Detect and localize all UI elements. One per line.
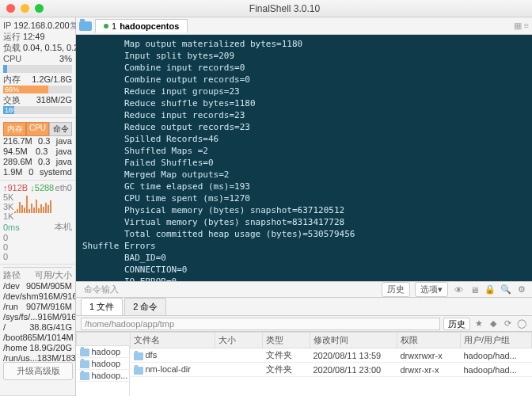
refresh-icon[interactable]: ⟳ xyxy=(502,318,513,329)
proc-row[interactable]: 1.9M0systemd xyxy=(3,167,72,177)
terminal-output[interactable]: Map output materialized bytes=1180 Input… xyxy=(76,35,532,281)
proc-row[interactable]: 216.7M0.3java xyxy=(3,136,72,147)
upgrade-button[interactable]: 升级高级版 xyxy=(3,362,73,380)
net-sparkline xyxy=(14,194,51,213)
load-value: 0.04, 0.15, 0.20 xyxy=(23,43,83,52)
col-name[interactable]: 文件名 xyxy=(131,333,215,348)
net-up: 912B xyxy=(8,183,28,192)
minimize-window-button[interactable] xyxy=(21,4,29,13)
link-icon[interactable]: 🖥 xyxy=(469,285,480,295)
folder-icon xyxy=(134,352,143,360)
diamond-icon[interactable]: ◆ xyxy=(488,318,499,329)
col-type[interactable]: 类型 xyxy=(263,333,310,348)
mem-bar: 66% xyxy=(3,86,72,93)
mem-value: 1.2G/1.8G xyxy=(32,74,72,85)
tree-item[interactable]: hadoop xyxy=(77,346,131,358)
tab-cpu[interactable]: CPU xyxy=(26,122,49,136)
cpu-pct: 3% xyxy=(59,53,72,64)
net-dn: 5288 xyxy=(35,183,54,192)
tab-mem[interactable]: 内存 xyxy=(3,122,26,136)
history-button[interactable]: 历史 xyxy=(382,282,410,297)
col-mtime[interactable]: 修改时间 xyxy=(310,333,397,348)
close-window-button[interactable] xyxy=(6,4,15,13)
fs-row[interactable]: /38.8G/41G xyxy=(3,322,72,333)
settings-icon[interactable]: ⚙ xyxy=(516,284,527,295)
bottom-panel: 1 文件 2 命令 历史 ★ ◆ ⟳ ◯ hadoophadoophadoop.… xyxy=(76,297,532,396)
sidebar: IP 192.168.0.200复制 运行 12:49 负载 0.04, 0.1… xyxy=(0,17,76,396)
tab-cmd[interactable]: 命令 xyxy=(49,122,72,136)
folder-icon xyxy=(134,367,143,375)
stop-icon[interactable]: ◯ xyxy=(516,318,527,329)
fs-row[interactable]: /home18.9G/20G xyxy=(3,343,72,353)
proc-row[interactable]: 289.6M0.3java xyxy=(3,157,72,167)
mac-window-controls xyxy=(6,4,44,13)
bottom-tab-files[interactable]: 1 文件 xyxy=(81,298,123,315)
terminal-footer: 命令输入 历史 选项▾ 👁 🖥 🔒 🔍 ⚙ xyxy=(76,281,532,297)
path-input[interactable] xyxy=(81,318,440,330)
col-owner[interactable]: 用户/用户组 xyxy=(461,333,532,348)
latency-label: 0ms xyxy=(3,223,20,232)
search-icon[interactable]: 🔍 xyxy=(500,284,511,295)
status-dot-icon xyxy=(104,24,108,29)
lock-icon[interactable]: 🔒 xyxy=(484,284,496,295)
ip-label: IP xyxy=(3,21,11,30)
bottom-tab-cmds[interactable]: 2 命令 xyxy=(124,298,166,315)
sidebar-proc-tabs: 内存 CPU 命令 xyxy=(3,122,72,136)
bookmark-icon[interactable]: ★ xyxy=(473,318,484,329)
options-button[interactable]: 选项▾ xyxy=(415,282,448,297)
fs-row[interactable]: /run907M/916M xyxy=(3,302,72,312)
swap-value: 318M/2G xyxy=(36,94,72,105)
cpu-bar xyxy=(3,65,72,73)
fs-row[interactable]: /sys/fs/...916M/916M xyxy=(3,312,72,322)
folder-icon xyxy=(80,360,89,368)
grid-view-icon[interactable]: ▦ ≡ xyxy=(514,21,529,31)
proc-row[interactable]: 94.5M0.3java xyxy=(3,147,72,157)
folder-icon xyxy=(80,372,89,380)
col-size[interactable]: 大小 xyxy=(215,333,263,348)
fs-row[interactable]: /dev905M/905M xyxy=(3,281,72,291)
terminal-tabbar: 1 hadoopcentos ▦ ≡ xyxy=(76,17,532,35)
fs-row[interactable]: /boot865M/1014M xyxy=(3,333,72,343)
titlebar: FinalShell 3.0.10 xyxy=(0,0,532,17)
uptime-value: 12:49 xyxy=(23,32,45,41)
tree-item[interactable]: hadoop... xyxy=(77,370,131,382)
fs-row[interactable]: /dev/shm916M/916M xyxy=(3,291,72,302)
folder-icon[interactable] xyxy=(79,21,92,31)
col-perm[interactable]: 权限 xyxy=(397,333,461,348)
table-row[interactable]: nm-local-dir文件夹2020/08/11 23:00drwxr-xr-… xyxy=(131,363,532,377)
zoom-window-button[interactable] xyxy=(35,4,44,13)
cmd-input-hint[interactable]: 命令输入 xyxy=(81,284,377,295)
table-row[interactable]: dfs文件夹2020/08/11 13:59drwxrwxr-xhadoop/h… xyxy=(131,348,532,363)
net-if: eth0 xyxy=(55,183,72,192)
swap-bar: 16% xyxy=(3,106,72,114)
tab-title: hadoopcentos xyxy=(120,21,179,31)
folder-icon xyxy=(80,348,89,356)
terminal-tab[interactable]: 1 hadoopcentos xyxy=(95,19,188,32)
tree-item[interactable]: hadoop xyxy=(77,358,131,370)
window-title: FinalShell 3.0.10 xyxy=(44,3,526,14)
ip-value: 192.168.0.200 xyxy=(13,21,69,30)
path-history-button[interactable]: 历史 xyxy=(443,318,470,330)
eye-icon[interactable]: 👁 xyxy=(453,285,464,295)
